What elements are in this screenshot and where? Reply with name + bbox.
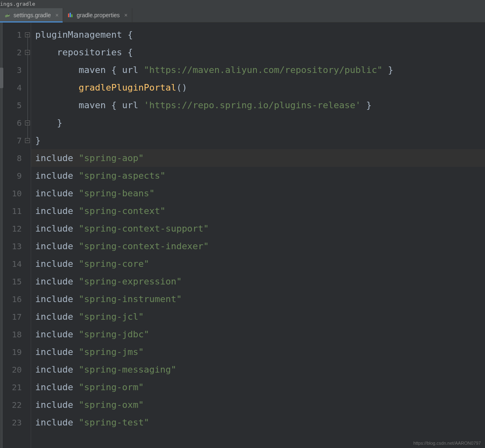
code-line[interactable]: }	[31, 114, 485, 132]
tab-label: gradle.properties	[77, 12, 120, 18]
svg-rect-2	[70, 13, 71, 17]
svg-rect-3	[71, 14, 73, 17]
properties-file-icon	[67, 12, 74, 18]
breadcrumb[interactable]: ings.gradle	[0, 0, 485, 8]
watermark: https://blog.csdn.net/AARON0797	[413, 441, 481, 446]
token-ident: include	[35, 206, 79, 216]
token-ident	[35, 82, 79, 93]
code-line[interactable]: include "spring-test"	[31, 414, 485, 431]
line-number[interactable]: 3	[2, 61, 31, 79]
code-line[interactable]: include "spring-aop"	[31, 149, 485, 167]
line-number[interactable]: 5	[2, 96, 31, 114]
code-line[interactable]: repositories {	[31, 43, 485, 61]
token-str: "spring-instrument"	[79, 294, 182, 304]
code-line[interactable]: }	[31, 132, 485, 149]
token-str: "spring-context-support"	[79, 223, 209, 234]
code-line[interactable]: include "spring-core"	[31, 255, 485, 273]
token-brace: {	[111, 65, 122, 75]
line-number[interactable]: 14	[2, 255, 31, 273]
line-number[interactable]: 15	[2, 273, 31, 290]
code-line[interactable]: pluginManagement {	[31, 26, 485, 43]
token-ident: include	[35, 364, 79, 375]
tab-gradle-properties[interactable]: gradle.properties×	[63, 8, 132, 22]
code-content[interactable]: pluginManagement { repositories { maven …	[31, 23, 485, 448]
gradle-file-icon	[4, 12, 11, 18]
line-number[interactable]: 13	[2, 237, 31, 255]
code-line[interactable]: include "spring-oxm"	[31, 396, 485, 414]
token-str: "spring-orm"	[79, 382, 144, 392]
token-ident: repositories	[35, 47, 127, 57]
token-brace: }	[35, 118, 62, 128]
line-number[interactable]: 19	[2, 343, 31, 361]
token-ident: include	[35, 294, 79, 304]
token-str: "spring-expression"	[79, 276, 182, 287]
token-ident: maven	[35, 65, 111, 75]
code-line[interactable]: maven { url "https://maven.aliyun.com/re…	[31, 61, 485, 79]
token-ident: include	[35, 188, 79, 198]
token-str: "spring-oxm"	[79, 400, 144, 410]
token-ident: include	[35, 312, 79, 322]
token-brace: {	[127, 30, 133, 40]
line-number[interactable]: 7	[2, 132, 31, 149]
line-number[interactable]: 6	[2, 114, 31, 132]
token-str: "spring-jms"	[79, 347, 144, 357]
line-number[interactable]: 18	[2, 325, 31, 343]
code-line[interactable]: include "spring-instrument"	[31, 290, 485, 308]
close-icon[interactable]: ×	[124, 12, 127, 18]
token-paren: ()	[176, 82, 187, 93]
code-line[interactable]: include "spring-beans"	[31, 184, 485, 202]
token-ident: pluginManagement	[35, 30, 127, 40]
token-ident: include	[35, 223, 79, 234]
token-str: "spring-context-indexer"	[79, 241, 209, 251]
line-number[interactable]: 20	[2, 361, 31, 378]
line-number[interactable]: 9	[2, 167, 31, 184]
line-number[interactable]: 11	[2, 202, 31, 220]
code-line[interactable]: include "spring-expression"	[31, 273, 485, 290]
tab-settings-gradle[interactable]: settings.gradle×	[0, 8, 63, 22]
token-method: gradlePluginPortal	[79, 82, 176, 93]
line-number[interactable]: 21	[2, 378, 31, 396]
code-line[interactable]: include "spring-context-support"	[31, 220, 485, 237]
code-line[interactable]: maven { url 'https://repo.spring.io/plug…	[31, 96, 485, 114]
tab-label: settings.gradle	[14, 12, 51, 18]
token-str: 'https://repo.spring.io/plugins-release'	[144, 100, 361, 110]
line-number[interactable]: 2	[2, 43, 31, 61]
code-line[interactable]: include "spring-context-indexer"	[31, 237, 485, 255]
token-str: "https://maven.aliyun.com/repository/pub…	[144, 65, 383, 75]
fold-end-icon[interactable]	[25, 138, 30, 143]
line-number[interactable]: 4	[2, 79, 31, 96]
code-line[interactable]: include "spring-aspects"	[31, 167, 485, 184]
svg-point-0	[8, 14, 9, 15]
token-str: "spring-context"	[79, 206, 165, 216]
token-ident: include	[35, 241, 79, 251]
code-line[interactable]: include "spring-jcl"	[31, 308, 485, 325]
token-ident: include	[35, 153, 79, 163]
code-line[interactable]: include "spring-orm"	[31, 378, 485, 396]
code-line[interactable]: include "spring-jms"	[31, 343, 485, 361]
line-number[interactable]: 12	[2, 220, 31, 237]
token-brace: {	[127, 47, 133, 57]
token-brace: {	[111, 100, 122, 110]
line-number[interactable]: 23	[2, 414, 31, 431]
token-ident: url	[122, 65, 144, 75]
token-str: "spring-jcl"	[79, 312, 144, 322]
token-ident: include	[35, 259, 79, 269]
token-brace: }	[383, 65, 394, 75]
line-number[interactable]: 16	[2, 290, 31, 308]
line-number[interactable]: 22	[2, 396, 31, 414]
code-line[interactable]: include "spring-context"	[31, 202, 485, 220]
code-line[interactable]: include "spring-jdbc"	[31, 325, 485, 343]
code-line[interactable]: include "spring-messaging"	[31, 361, 485, 378]
line-number[interactable]: 10	[2, 184, 31, 202]
line-number-gutter[interactable]: 1234567891011121314151617181920212223	[2, 23, 31, 448]
line-number[interactable]: 8	[2, 149, 31, 167]
token-ident: maven	[35, 100, 111, 110]
close-icon[interactable]: ×	[55, 12, 59, 18]
token-str: "spring-test"	[79, 417, 149, 428]
token-ident: include	[35, 347, 79, 357]
token-str: "spring-aop"	[79, 153, 144, 163]
svg-rect-1	[68, 14, 69, 17]
line-number[interactable]: 17	[2, 308, 31, 325]
code-line[interactable]: gradlePluginPortal()	[31, 79, 485, 96]
line-number[interactable]: 1	[2, 26, 31, 43]
